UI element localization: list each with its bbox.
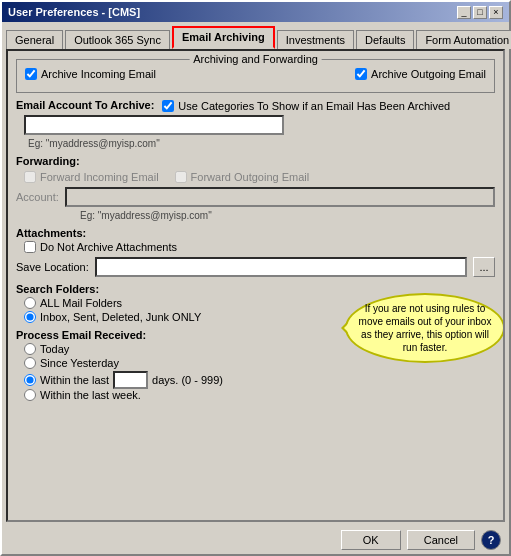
forward-checkboxes: Forward Incoming Email Forward Outgoing … <box>16 171 495 183</box>
main-window: User Preferences - [CMS] _ □ × General O… <box>0 0 511 556</box>
close-button[interactable]: × <box>489 6 503 19</box>
email-account-label: Email Account To Archive: <box>16 99 154 111</box>
content-area: Archiving and Forwarding Archive Incomin… <box>6 49 505 522</box>
within-last-week-label[interactable]: Within the last week. <box>24 389 495 401</box>
archiving-forwarding-label: Archiving and Forwarding <box>189 53 322 65</box>
inbox-sent-deleted-radio[interactable] <box>24 311 36 323</box>
archive-outgoing-checkbox-label[interactable]: Archive Outgoing Email <box>355 68 486 80</box>
forwarding-section: Forwarding: Forward Incoming Email Forwa… <box>16 155 495 221</box>
forwarding-label: Forwarding: <box>16 155 495 167</box>
title-bar-buttons: _ □ × <box>457 6 503 19</box>
search-folders-section: Search Folders: ALL Mail Folders Inbox, … <box>16 283 495 323</box>
do-not-archive-checkbox[interactable] <box>24 241 36 253</box>
tab-investments[interactable]: Investments <box>277 30 354 49</box>
archiving-forwarding-group: Archiving and Forwarding Archive Incomin… <box>16 59 495 93</box>
days-input[interactable]: 15 <box>113 371 148 389</box>
account-label: Account: <box>16 191 59 203</box>
archive-outgoing-checkbox[interactable] <box>355 68 367 80</box>
forward-outgoing-label[interactable]: Forward Outgoing Email <box>175 171 310 183</box>
browse-button[interactable]: ... <box>473 257 495 277</box>
attachments-section: Attachments: Do Not Archive Attachments … <box>16 227 495 277</box>
window-title: User Preferences - [CMS] <box>8 6 140 18</box>
tab-general[interactable]: General <box>6 30 63 49</box>
cancel-button[interactable]: Cancel <box>407 530 475 550</box>
forward-incoming-label[interactable]: Forward Incoming Email <box>24 171 159 183</box>
archive-incoming-checkbox-label[interactable]: Archive Incoming Email <box>25 68 156 80</box>
email-input[interactable]: PatD@climark.onmicrosoft.com <box>24 115 284 135</box>
email-account-section: Email Account To Archive: Use Categories… <box>16 99 495 149</box>
save-location-row: Save Location: D:\Email Attachments\Outl… <box>16 257 495 277</box>
account-input[interactable] <box>65 187 495 207</box>
tooltip-bubble: If you are not using rules to move email… <box>345 293 505 363</box>
forward-incoming-checkbox[interactable] <box>24 171 36 183</box>
all-mail-folders-radio[interactable] <box>24 297 36 309</box>
tabs-bar: General Outlook 365 Sync Email Archiving… <box>2 22 509 49</box>
forward-outgoing-checkbox[interactable] <box>175 171 187 183</box>
bottom-bar: OK Cancel ? <box>2 526 509 554</box>
account-hint: Eg: "myaddress@myisp.com" <box>80 210 212 221</box>
do-not-archive-label[interactable]: Do Not Archive Attachments <box>24 241 495 253</box>
title-bar: User Preferences - [CMS] _ □ × <box>2 2 509 22</box>
save-location-label: Save Location: <box>16 261 89 273</box>
ok-button[interactable]: OK <box>341 530 401 550</box>
save-location-input[interactable]: D:\Email Attachments\Outlook Attachments… <box>95 257 467 277</box>
within-last-radio[interactable] <box>24 374 36 386</box>
within-last-option-label[interactable]: Within the last <box>24 374 109 386</box>
minimize-button[interactable]: _ <box>457 6 471 19</box>
maximize-button[interactable]: □ <box>473 6 487 19</box>
tab-formautomation[interactable]: Form Automation <box>416 30 511 49</box>
today-radio[interactable] <box>24 343 36 355</box>
use-categories-label[interactable]: Use Categories To Show if an Email Has B… <box>162 100 450 112</box>
attachments-label: Attachments: <box>16 227 495 239</box>
tab-defaults[interactable]: Defaults <box>356 30 414 49</box>
days-suffix: days. (0 - 999) <box>152 374 223 386</box>
tab-outlook365sync[interactable]: Outlook 365 Sync <box>65 30 170 49</box>
archive-incoming-checkbox[interactable] <box>25 68 37 80</box>
account-row: Account: <box>16 187 495 207</box>
help-button[interactable]: ? <box>481 530 501 550</box>
within-last-row: Within the last 15 days. (0 - 999) <box>24 371 495 389</box>
tab-emailarchiving[interactable]: Email Archiving <box>172 26 275 49</box>
use-categories-checkbox[interactable] <box>162 100 174 112</box>
within-last-week-radio[interactable] <box>24 389 36 401</box>
email-hint: Eg: "myaddress@myisp.com" <box>28 138 160 149</box>
since-yesterday-radio[interactable] <box>24 357 36 369</box>
